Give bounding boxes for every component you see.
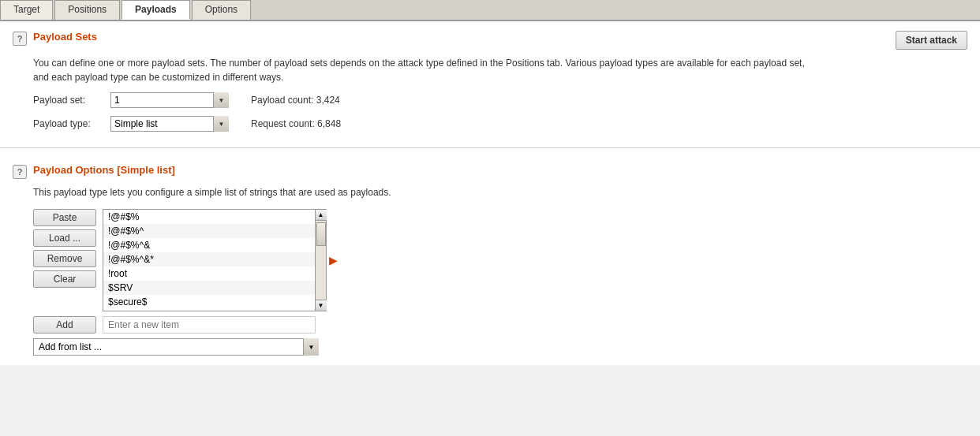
payload-type-select-wrapper: Simple list ▼ xyxy=(110,116,229,132)
payload-options-description: This payload type lets you configure a s… xyxy=(33,185,967,199)
load-button[interactable]: Load ... xyxy=(33,229,96,247)
payload-options-section: ? Payload Options [Simple list] This pay… xyxy=(0,155,980,365)
payload-list-area: Paste Load ... Remove Clear !@#$% !@#$%^… xyxy=(33,209,967,356)
scrollbar[interactable]: ▲ ▼ xyxy=(316,209,327,311)
scroll-up-button[interactable]: ▲ xyxy=(316,210,327,221)
list-area-wrapper: !@#$% !@#$%^ !@#$%^& !@#$%^&* !root $SRV… xyxy=(103,209,327,311)
add-item-row: Add xyxy=(33,316,967,334)
list-item: !@#$% xyxy=(103,210,315,224)
payload-set-label: Payload set: xyxy=(33,95,104,106)
remove-button[interactable]: Remove xyxy=(33,250,96,267)
scroll-down-button[interactable]: ▼ xyxy=(316,300,327,311)
list-item: !@#$%^&* xyxy=(103,252,315,266)
help-icon-payload-sets[interactable]: ? xyxy=(13,32,27,46)
payload-count-label: Payload count: xyxy=(251,95,313,106)
payload-list[interactable]: !@#$% !@#$%^ !@#$%^& !@#$%^&* !root $SRV… xyxy=(103,209,316,311)
payload-options-title: Payload Options [Simple list] xyxy=(33,164,967,176)
tab-options[interactable]: Options xyxy=(192,0,251,20)
help-icon-payload-options[interactable]: ? xyxy=(13,165,27,179)
section-header: ? Payload Sets Start attack xyxy=(13,31,967,50)
start-attack-button[interactable]: Start attack xyxy=(896,31,967,50)
list-action-buttons: Paste Load ... Remove Clear xyxy=(33,209,96,311)
list-item: $SRV xyxy=(103,281,315,295)
add-item-input[interactable] xyxy=(103,316,316,334)
request-count-label: Request count: xyxy=(251,118,315,129)
payload-set-select[interactable]: 1 xyxy=(110,92,229,108)
payload-set-row: Payload set: 1 ▼ Payload count: 3,424 xyxy=(33,92,967,108)
desc-line2: and each payload type can be customized … xyxy=(33,70,967,84)
section-divider xyxy=(0,147,980,148)
tab-payloads[interactable]: Payloads xyxy=(122,0,190,20)
payload-sets-section: ? Payload Sets Start attack You can defi… xyxy=(0,21,980,141)
desc-line1: You can define one or more payload sets.… xyxy=(33,56,967,70)
payload-count-text: Payload count: 3,424 xyxy=(251,95,340,106)
request-count-text: Request count: 6,848 xyxy=(251,118,341,129)
payload-type-row: Payload type: Simple list ▼ Request coun… xyxy=(33,116,967,132)
tab-target[interactable]: Target xyxy=(0,0,53,20)
payload-list-container: Paste Load ... Remove Clear !@#$% !@#$%^… xyxy=(33,209,967,311)
add-button[interactable]: Add xyxy=(33,316,96,334)
add-from-list-row: Add from list ... ▼ xyxy=(33,338,967,356)
payload-count-value: 3,424 xyxy=(316,95,340,106)
tab-positions[interactable]: Positions xyxy=(54,0,120,20)
scroll-thumb[interactable] xyxy=(316,222,326,246)
main-content: ? Payload Sets Start attack You can defi… xyxy=(0,21,980,365)
clear-button[interactable]: Clear xyxy=(33,270,96,288)
payload-sets-description: You can define one or more payload sets.… xyxy=(33,56,967,84)
request-count-value: 6,848 xyxy=(317,118,341,129)
payload-type-select[interactable]: Simple list xyxy=(110,116,229,132)
list-item: $secure$ xyxy=(103,295,315,309)
payload-sets-title: Payload Sets xyxy=(33,31,889,43)
payload-type-label: Payload type: xyxy=(33,118,104,129)
payload-options-header: ? Payload Options [Simple list] xyxy=(13,164,967,179)
payload-set-select-wrapper: 1 ▼ xyxy=(110,92,229,108)
paste-button[interactable]: Paste xyxy=(33,209,96,226)
list-item: !@#$%^ xyxy=(103,224,315,238)
list-item: !root xyxy=(103,266,315,281)
tab-bar: Target Positions Payloads Options xyxy=(0,0,980,21)
add-from-list-select-wrapper: Add from list ... ▼ xyxy=(33,338,319,356)
add-from-list-select[interactable]: Add from list ... xyxy=(33,338,319,356)
list-arrow-icon: ▶ xyxy=(329,254,338,266)
list-item: !@#$%^& xyxy=(103,238,315,252)
